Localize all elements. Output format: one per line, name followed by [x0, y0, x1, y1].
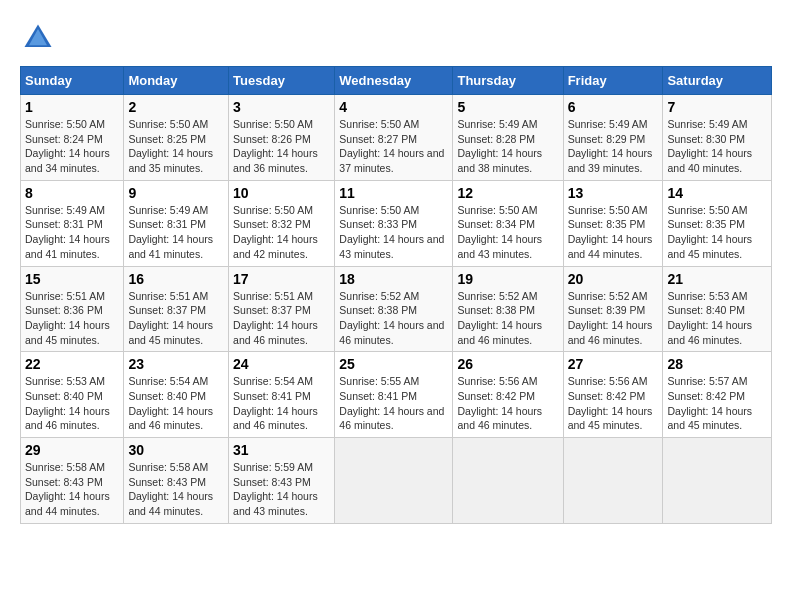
day-number: 25 [339, 356, 448, 372]
header-day: Wednesday [335, 67, 453, 95]
day-number: 9 [128, 185, 224, 201]
day-cell: 30 Sunrise: 5:58 AM Sunset: 8:43 PM Dayl… [124, 438, 229, 524]
day-cell [663, 438, 772, 524]
week-row: 15 Sunrise: 5:51 AM Sunset: 8:36 PM Dayl… [21, 266, 772, 352]
day-number: 12 [457, 185, 558, 201]
day-cell: 6 Sunrise: 5:49 AM Sunset: 8:29 PM Dayli… [563, 95, 663, 181]
day-info: Sunrise: 5:50 AM Sunset: 8:26 PM Dayligh… [233, 117, 330, 176]
day-info: Sunrise: 5:50 AM Sunset: 8:35 PM Dayligh… [568, 203, 659, 262]
day-cell: 11 Sunrise: 5:50 AM Sunset: 8:33 PM Dayl… [335, 180, 453, 266]
header-day: Tuesday [229, 67, 335, 95]
day-info: Sunrise: 5:55 AM Sunset: 8:41 PM Dayligh… [339, 374, 448, 433]
header-day: Monday [124, 67, 229, 95]
day-number: 29 [25, 442, 119, 458]
calendar-table: SundayMondayTuesdayWednesdayThursdayFrid… [20, 66, 772, 524]
header-day: Friday [563, 67, 663, 95]
day-info: Sunrise: 5:50 AM Sunset: 8:33 PM Dayligh… [339, 203, 448, 262]
day-number: 20 [568, 271, 659, 287]
day-info: Sunrise: 5:56 AM Sunset: 8:42 PM Dayligh… [457, 374, 558, 433]
day-number: 4 [339, 99, 448, 115]
day-info: Sunrise: 5:50 AM Sunset: 8:32 PM Dayligh… [233, 203, 330, 262]
week-row: 29 Sunrise: 5:58 AM Sunset: 8:43 PM Dayl… [21, 438, 772, 524]
day-cell: 20 Sunrise: 5:52 AM Sunset: 8:39 PM Dayl… [563, 266, 663, 352]
day-cell: 1 Sunrise: 5:50 AM Sunset: 8:24 PM Dayli… [21, 95, 124, 181]
day-cell: 26 Sunrise: 5:56 AM Sunset: 8:42 PM Dayl… [453, 352, 563, 438]
day-cell: 12 Sunrise: 5:50 AM Sunset: 8:34 PM Dayl… [453, 180, 563, 266]
day-number: 27 [568, 356, 659, 372]
day-cell: 19 Sunrise: 5:52 AM Sunset: 8:38 PM Dayl… [453, 266, 563, 352]
day-cell: 3 Sunrise: 5:50 AM Sunset: 8:26 PM Dayli… [229, 95, 335, 181]
day-number: 3 [233, 99, 330, 115]
day-number: 8 [25, 185, 119, 201]
day-cell: 28 Sunrise: 5:57 AM Sunset: 8:42 PM Dayl… [663, 352, 772, 438]
day-number: 30 [128, 442, 224, 458]
day-cell: 15 Sunrise: 5:51 AM Sunset: 8:36 PM Dayl… [21, 266, 124, 352]
day-number: 28 [667, 356, 767, 372]
day-info: Sunrise: 5:49 AM Sunset: 8:30 PM Dayligh… [667, 117, 767, 176]
day-number: 5 [457, 99, 558, 115]
day-info: Sunrise: 5:52 AM Sunset: 8:38 PM Dayligh… [457, 289, 558, 348]
day-cell: 8 Sunrise: 5:49 AM Sunset: 8:31 PM Dayli… [21, 180, 124, 266]
logo [20, 20, 62, 56]
day-cell: 24 Sunrise: 5:54 AM Sunset: 8:41 PM Dayl… [229, 352, 335, 438]
day-cell: 2 Sunrise: 5:50 AM Sunset: 8:25 PM Dayli… [124, 95, 229, 181]
day-cell: 16 Sunrise: 5:51 AM Sunset: 8:37 PM Dayl… [124, 266, 229, 352]
day-info: Sunrise: 5:49 AM Sunset: 8:31 PM Dayligh… [25, 203, 119, 262]
day-cell: 31 Sunrise: 5:59 AM Sunset: 8:43 PM Dayl… [229, 438, 335, 524]
day-cell: 5 Sunrise: 5:49 AM Sunset: 8:28 PM Dayli… [453, 95, 563, 181]
header-day: Thursday [453, 67, 563, 95]
day-info: Sunrise: 5:50 AM Sunset: 8:35 PM Dayligh… [667, 203, 767, 262]
day-number: 17 [233, 271, 330, 287]
day-number: 18 [339, 271, 448, 287]
day-number: 11 [339, 185, 448, 201]
day-number: 26 [457, 356, 558, 372]
day-number: 31 [233, 442, 330, 458]
day-info: Sunrise: 5:59 AM Sunset: 8:43 PM Dayligh… [233, 460, 330, 519]
day-info: Sunrise: 5:49 AM Sunset: 8:28 PM Dayligh… [457, 117, 558, 176]
day-cell: 10 Sunrise: 5:50 AM Sunset: 8:32 PM Dayl… [229, 180, 335, 266]
day-cell: 14 Sunrise: 5:50 AM Sunset: 8:35 PM Dayl… [663, 180, 772, 266]
day-info: Sunrise: 5:50 AM Sunset: 8:25 PM Dayligh… [128, 117, 224, 176]
day-number: 7 [667, 99, 767, 115]
day-cell: 4 Sunrise: 5:50 AM Sunset: 8:27 PM Dayli… [335, 95, 453, 181]
day-info: Sunrise: 5:49 AM Sunset: 8:29 PM Dayligh… [568, 117, 659, 176]
day-cell: 7 Sunrise: 5:49 AM Sunset: 8:30 PM Dayli… [663, 95, 772, 181]
day-cell: 9 Sunrise: 5:49 AM Sunset: 8:31 PM Dayli… [124, 180, 229, 266]
day-number: 1 [25, 99, 119, 115]
day-number: 14 [667, 185, 767, 201]
day-number: 16 [128, 271, 224, 287]
day-cell: 13 Sunrise: 5:50 AM Sunset: 8:35 PM Dayl… [563, 180, 663, 266]
day-cell: 23 Sunrise: 5:54 AM Sunset: 8:40 PM Dayl… [124, 352, 229, 438]
day-info: Sunrise: 5:53 AM Sunset: 8:40 PM Dayligh… [667, 289, 767, 348]
day-info: Sunrise: 5:51 AM Sunset: 8:37 PM Dayligh… [128, 289, 224, 348]
day-cell: 18 Sunrise: 5:52 AM Sunset: 8:38 PM Dayl… [335, 266, 453, 352]
day-info: Sunrise: 5:54 AM Sunset: 8:40 PM Dayligh… [128, 374, 224, 433]
day-number: 22 [25, 356, 119, 372]
day-number: 23 [128, 356, 224, 372]
week-row: 22 Sunrise: 5:53 AM Sunset: 8:40 PM Dayl… [21, 352, 772, 438]
day-info: Sunrise: 5:57 AM Sunset: 8:42 PM Dayligh… [667, 374, 767, 433]
day-info: Sunrise: 5:50 AM Sunset: 8:34 PM Dayligh… [457, 203, 558, 262]
day-cell: 25 Sunrise: 5:55 AM Sunset: 8:41 PM Dayl… [335, 352, 453, 438]
day-number: 10 [233, 185, 330, 201]
day-info: Sunrise: 5:52 AM Sunset: 8:39 PM Dayligh… [568, 289, 659, 348]
day-info: Sunrise: 5:50 AM Sunset: 8:24 PM Dayligh… [25, 117, 119, 176]
day-cell: 22 Sunrise: 5:53 AM Sunset: 8:40 PM Dayl… [21, 352, 124, 438]
day-cell [563, 438, 663, 524]
header-row: SundayMondayTuesdayWednesdayThursdayFrid… [21, 67, 772, 95]
day-info: Sunrise: 5:58 AM Sunset: 8:43 PM Dayligh… [128, 460, 224, 519]
day-info: Sunrise: 5:49 AM Sunset: 8:31 PM Dayligh… [128, 203, 224, 262]
day-cell: 17 Sunrise: 5:51 AM Sunset: 8:37 PM Dayl… [229, 266, 335, 352]
day-cell: 21 Sunrise: 5:53 AM Sunset: 8:40 PM Dayl… [663, 266, 772, 352]
day-number: 24 [233, 356, 330, 372]
day-number: 19 [457, 271, 558, 287]
header-day: Saturday [663, 67, 772, 95]
day-info: Sunrise: 5:58 AM Sunset: 8:43 PM Dayligh… [25, 460, 119, 519]
week-row: 1 Sunrise: 5:50 AM Sunset: 8:24 PM Dayli… [21, 95, 772, 181]
day-info: Sunrise: 5:51 AM Sunset: 8:36 PM Dayligh… [25, 289, 119, 348]
day-info: Sunrise: 5:51 AM Sunset: 8:37 PM Dayligh… [233, 289, 330, 348]
day-number: 21 [667, 271, 767, 287]
day-cell: 29 Sunrise: 5:58 AM Sunset: 8:43 PM Dayl… [21, 438, 124, 524]
day-cell [453, 438, 563, 524]
day-cell: 27 Sunrise: 5:56 AM Sunset: 8:42 PM Dayl… [563, 352, 663, 438]
